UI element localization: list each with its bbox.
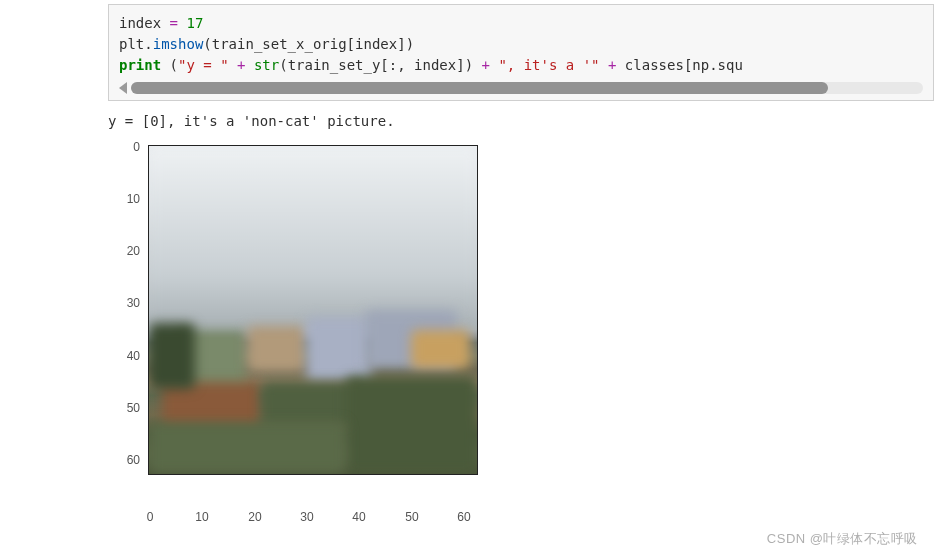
token: ( (279, 57, 287, 73)
y-tick-label: 50 (114, 401, 140, 415)
token: "y = " (178, 57, 229, 73)
watermark-text: CSDN @叶绿体不忘呼吸 (767, 530, 918, 548)
x-tick-label: 20 (243, 510, 267, 524)
token: print (119, 57, 161, 73)
x-tick-label: 60 (452, 510, 476, 524)
x-tick-label: 50 (400, 510, 424, 524)
x-tick-label: 0 (138, 510, 162, 524)
y-tick-label: 10 (114, 192, 140, 206)
token: train_set_y (288, 57, 381, 73)
code-cell[interactable]: index = 17 plt.imshow(train_set_x_orig[i… (108, 4, 934, 101)
x-tick-label: 40 (347, 510, 371, 524)
token: = (170, 15, 178, 31)
code-line-2: plt.imshow(train_set_x_orig[index]) (119, 34, 923, 55)
token: plt (119, 36, 144, 52)
token: squ (718, 57, 743, 73)
token: classes (625, 57, 684, 73)
token: train_set_x_orig (212, 36, 347, 52)
y-tick-label: 60 (114, 453, 140, 467)
token: index (355, 36, 397, 52)
token: np (692, 57, 709, 73)
token: str (254, 57, 279, 73)
output-text: y = [0], it's a 'non-cat' picture. (108, 113, 936, 129)
scroll-thumb[interactable] (131, 82, 828, 94)
scroll-track[interactable] (131, 82, 923, 94)
image-plot: 0 10 20 30 40 50 60 0 10 20 30 40 50 60 (108, 139, 508, 534)
token: + (600, 57, 625, 73)
token: ] (397, 36, 405, 52)
horizontal-scrollbar[interactable] (119, 82, 923, 98)
token: + (229, 57, 254, 73)
token: ] (456, 57, 464, 73)
token: ( (203, 36, 211, 52)
token: ", it's a '" (498, 57, 599, 73)
output-area: y = [0], it's a 'non-cat' picture. (108, 113, 936, 129)
token: ) (465, 57, 473, 73)
token: + (473, 57, 498, 73)
code-line-1: index = 17 (119, 13, 923, 34)
token: ) (406, 36, 414, 52)
y-tick-label: 40 (114, 349, 140, 363)
y-tick-label: 30 (114, 296, 140, 310)
token: 17 (186, 15, 203, 31)
token: index (119, 15, 161, 31)
token: :, (389, 57, 414, 73)
token: . (709, 57, 717, 73)
x-tick-label: 30 (295, 510, 319, 524)
token: [ (380, 57, 388, 73)
scroll-left-icon[interactable] (119, 82, 127, 94)
token: index (414, 57, 456, 73)
y-tick-label: 0 (114, 140, 140, 154)
plot-image (148, 145, 478, 475)
token: ( (161, 57, 178, 73)
y-tick-label: 20 (114, 244, 140, 258)
token: . (144, 36, 152, 52)
token: imshow (153, 36, 204, 52)
code-line-3: print ("y = " + str(train_set_y[:, index… (119, 55, 923, 76)
token: [ (347, 36, 355, 52)
x-tick-label: 10 (190, 510, 214, 524)
